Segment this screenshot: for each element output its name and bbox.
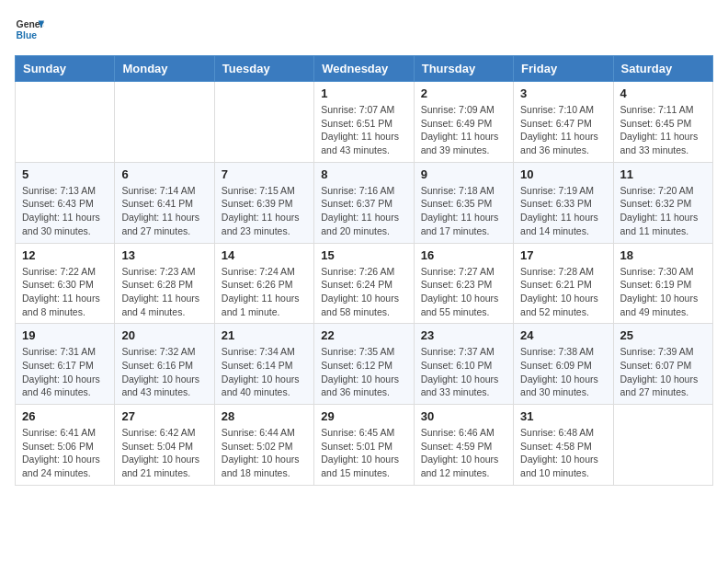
day-info: Sunrise: 7:28 AM Sunset: 6:21 PM Dayligh…: [520, 265, 606, 319]
calendar-cell: 25Sunrise: 7:39 AM Sunset: 6:07 PM Dayli…: [613, 324, 712, 405]
day-number: 6: [121, 167, 207, 181]
calendar-table: SundayMondayTuesdayWednesdayThursdayFrid…: [15, 55, 713, 486]
calendar-cell: [16, 82, 115, 163]
calendar-header-sunday: Sunday: [16, 56, 115, 82]
day-number: 13: [121, 248, 207, 262]
calendar-week-row: 1Sunrise: 7:07 AM Sunset: 6:51 PM Daylig…: [16, 82, 713, 163]
day-info: Sunrise: 7:23 AM Sunset: 6:28 PM Dayligh…: [121, 265, 207, 319]
calendar-cell: [115, 82, 214, 163]
day-number: 25: [620, 328, 706, 342]
day-info: Sunrise: 7:09 AM Sunset: 6:49 PM Dayligh…: [421, 103, 506, 157]
day-number: 12: [22, 248, 108, 262]
day-number: 17: [520, 248, 606, 262]
calendar-cell: 27Sunrise: 6:42 AM Sunset: 5:04 PM Dayli…: [115, 405, 214, 486]
calendar-cell: 24Sunrise: 7:38 AM Sunset: 6:09 PM Dayli…: [514, 324, 613, 405]
calendar-cell: 15Sunrise: 7:26 AM Sunset: 6:24 PM Dayli…: [314, 243, 414, 324]
day-info: Sunrise: 6:45 AM Sunset: 5:01 PM Dayligh…: [321, 426, 406, 480]
day-number: 16: [421, 248, 506, 262]
day-info: Sunrise: 7:27 AM Sunset: 6:23 PM Dayligh…: [421, 265, 506, 319]
calendar-header-thursday: Thursday: [414, 56, 513, 82]
day-info: Sunrise: 7:19 AM Sunset: 6:33 PM Dayligh…: [520, 184, 606, 238]
svg-text:Blue: Blue: [17, 30, 38, 40]
day-info: Sunrise: 7:24 AM Sunset: 6:26 PM Dayligh…: [222, 265, 307, 319]
day-info: Sunrise: 6:48 AM Sunset: 4:58 PM Dayligh…: [520, 426, 606, 480]
day-info: Sunrise: 7:39 AM Sunset: 6:07 PM Dayligh…: [620, 345, 706, 399]
calendar-cell: 6Sunrise: 7:14 AM Sunset: 6:41 PM Daylig…: [115, 162, 214, 243]
day-number: 9: [421, 167, 506, 181]
day-info: Sunrise: 7:15 AM Sunset: 6:39 PM Dayligh…: [222, 184, 307, 238]
calendar-cell: 11Sunrise: 7:20 AM Sunset: 6:32 PM Dayli…: [613, 162, 712, 243]
calendar-header-monday: Monday: [115, 56, 214, 82]
calendar-cell: 1Sunrise: 7:07 AM Sunset: 6:51 PM Daylig…: [314, 82, 414, 163]
day-number: 27: [121, 409, 207, 423]
calendar-header-row: SundayMondayTuesdayWednesdayThursdayFrid…: [16, 56, 713, 82]
calendar-week-row: 5Sunrise: 7:13 AM Sunset: 6:43 PM Daylig…: [16, 162, 713, 243]
calendar-cell: 10Sunrise: 7:19 AM Sunset: 6:33 PM Dayli…: [514, 162, 613, 243]
page-header: General Blue: [15, 15, 713, 44]
calendar-cell: 7Sunrise: 7:15 AM Sunset: 6:39 PM Daylig…: [214, 162, 313, 243]
day-info: Sunrise: 7:32 AM Sunset: 6:16 PM Dayligh…: [121, 345, 207, 399]
logo-icon: General Blue: [15, 15, 44, 44]
calendar-cell: 13Sunrise: 7:23 AM Sunset: 6:28 PM Dayli…: [115, 243, 214, 324]
day-number: 24: [520, 328, 606, 342]
day-info: Sunrise: 7:13 AM Sunset: 6:43 PM Dayligh…: [22, 184, 108, 238]
calendar-header-saturday: Saturday: [613, 56, 712, 82]
calendar-cell: 20Sunrise: 7:32 AM Sunset: 6:16 PM Dayli…: [115, 324, 214, 405]
calendar-cell: 8Sunrise: 7:16 AM Sunset: 6:37 PM Daylig…: [314, 162, 414, 243]
calendar-week-row: 19Sunrise: 7:31 AM Sunset: 6:17 PM Dayli…: [16, 324, 713, 405]
calendar-cell: 5Sunrise: 7:13 AM Sunset: 6:43 PM Daylig…: [16, 162, 115, 243]
calendar-cell: 30Sunrise: 6:46 AM Sunset: 4:59 PM Dayli…: [414, 405, 513, 486]
day-number: 1: [321, 86, 406, 100]
day-number: 19: [22, 328, 108, 342]
day-number: 29: [321, 409, 406, 423]
calendar-cell: 29Sunrise: 6:45 AM Sunset: 5:01 PM Dayli…: [314, 405, 414, 486]
day-info: Sunrise: 7:35 AM Sunset: 6:12 PM Dayligh…: [321, 345, 406, 399]
calendar-header-wednesday: Wednesday: [314, 56, 414, 82]
calendar-cell: [214, 82, 313, 163]
logo: General Blue: [15, 15, 48, 44]
calendar-cell: 14Sunrise: 7:24 AM Sunset: 6:26 PM Dayli…: [214, 243, 313, 324]
day-info: Sunrise: 7:10 AM Sunset: 6:47 PM Dayligh…: [520, 103, 606, 157]
calendar-cell: 18Sunrise: 7:30 AM Sunset: 6:19 PM Dayli…: [613, 243, 712, 324]
day-number: 10: [520, 167, 606, 181]
day-number: 30: [421, 409, 506, 423]
calendar-cell: 23Sunrise: 7:37 AM Sunset: 6:10 PM Dayli…: [414, 324, 513, 405]
day-number: 4: [620, 86, 706, 100]
calendar-week-row: 26Sunrise: 6:41 AM Sunset: 5:06 PM Dayli…: [16, 405, 713, 486]
calendar-cell: 21Sunrise: 7:34 AM Sunset: 6:14 PM Dayli…: [214, 324, 313, 405]
calendar-cell: 22Sunrise: 7:35 AM Sunset: 6:12 PM Dayli…: [314, 324, 414, 405]
day-number: 21: [222, 328, 307, 342]
calendar-cell: 2Sunrise: 7:09 AM Sunset: 6:49 PM Daylig…: [414, 82, 513, 163]
day-info: Sunrise: 7:37 AM Sunset: 6:10 PM Dayligh…: [421, 345, 506, 399]
calendar-cell: 4Sunrise: 7:11 AM Sunset: 6:45 PM Daylig…: [613, 82, 712, 163]
day-info: Sunrise: 7:22 AM Sunset: 6:30 PM Dayligh…: [22, 265, 108, 319]
day-number: 5: [22, 167, 108, 181]
calendar-cell: 31Sunrise: 6:48 AM Sunset: 4:58 PM Dayli…: [514, 405, 613, 486]
day-number: 11: [620, 167, 706, 181]
day-info: Sunrise: 7:30 AM Sunset: 6:19 PM Dayligh…: [620, 265, 706, 319]
calendar-cell: 3Sunrise: 7:10 AM Sunset: 6:47 PM Daylig…: [514, 82, 613, 163]
day-info: Sunrise: 6:42 AM Sunset: 5:04 PM Dayligh…: [121, 426, 207, 480]
day-number: 23: [421, 328, 506, 342]
calendar-header-friday: Friday: [514, 56, 613, 82]
calendar-cell: 26Sunrise: 6:41 AM Sunset: 5:06 PM Dayli…: [16, 405, 115, 486]
day-info: Sunrise: 7:18 AM Sunset: 6:35 PM Dayligh…: [421, 184, 506, 238]
day-number: 22: [321, 328, 406, 342]
day-info: Sunrise: 6:46 AM Sunset: 4:59 PM Dayligh…: [421, 426, 506, 480]
day-info: Sunrise: 7:14 AM Sunset: 6:41 PM Dayligh…: [121, 184, 207, 238]
day-info: Sunrise: 6:44 AM Sunset: 5:02 PM Dayligh…: [222, 426, 307, 480]
calendar-cell: 12Sunrise: 7:22 AM Sunset: 6:30 PM Dayli…: [16, 243, 115, 324]
calendar-header-tuesday: Tuesday: [214, 56, 313, 82]
day-info: Sunrise: 7:20 AM Sunset: 6:32 PM Dayligh…: [620, 184, 706, 238]
day-number: 8: [321, 167, 406, 181]
day-number: 18: [620, 248, 706, 262]
day-number: 28: [222, 409, 307, 423]
day-number: 3: [520, 86, 606, 100]
day-info: Sunrise: 7:34 AM Sunset: 6:14 PM Dayligh…: [222, 345, 307, 399]
day-info: Sunrise: 7:16 AM Sunset: 6:37 PM Dayligh…: [321, 184, 406, 238]
day-number: 15: [321, 248, 406, 262]
day-number: 2: [421, 86, 506, 100]
day-info: Sunrise: 6:41 AM Sunset: 5:06 PM Dayligh…: [22, 426, 108, 480]
calendar-cell: 9Sunrise: 7:18 AM Sunset: 6:35 PM Daylig…: [414, 162, 513, 243]
day-info: Sunrise: 7:38 AM Sunset: 6:09 PM Dayligh…: [520, 345, 606, 399]
